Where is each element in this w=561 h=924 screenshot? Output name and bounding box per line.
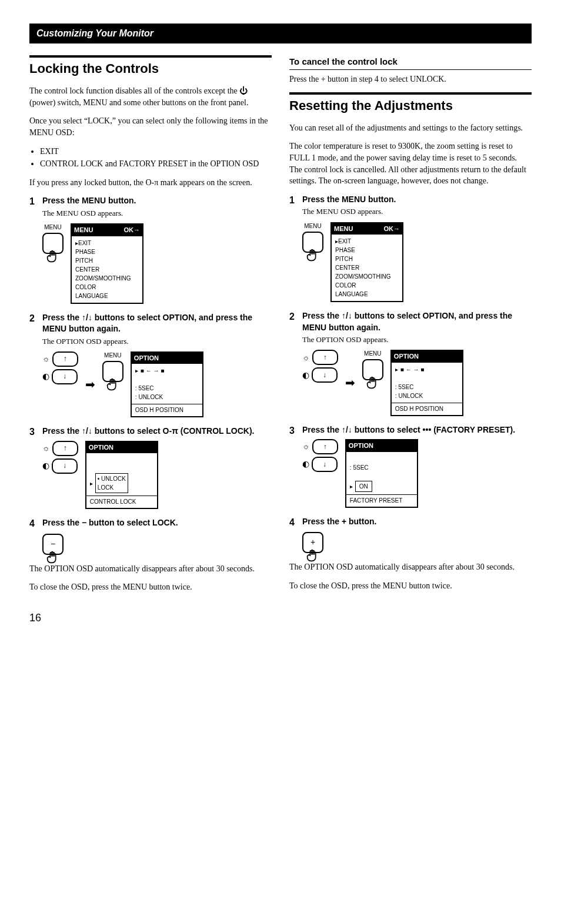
step-number: 2 (29, 312, 38, 418)
para: You can reset all of the adjustments and… (289, 122, 532, 134)
minus-button-diagram: − (42, 533, 64, 555)
step-2: 2 Press the ↑/↓ buttons to select OPTION… (289, 310, 532, 416)
osd-item: LANGUAGE (335, 290, 399, 299)
osd-item: ZOOM/SMOOTHING (75, 274, 139, 283)
option-osd: OPTION ▸• UNLOCK LOCK CONTROL LOCK (85, 441, 158, 509)
osd-item: CENTER (75, 265, 139, 274)
sun-icon: ☼ (42, 443, 50, 454)
step-1: 1 Press the MENU button. The MENU OSD ap… (289, 194, 532, 302)
up-button-icon: ↑ (52, 441, 78, 456)
menu-button-diagram: MENU (302, 222, 323, 253)
step-number: 2 (289, 310, 298, 416)
menu-button-diagram: MENU (362, 350, 383, 380)
osd-item: PHASE (335, 246, 399, 255)
osd-row: : UNLOCK (135, 393, 199, 401)
osd-item: PITCH (75, 256, 139, 265)
option-osd: OPTION ▸■ ← → ■ : 5SEC : UNLOCK OSD H PO… (131, 351, 203, 417)
plus-button-icon: + (302, 532, 323, 553)
osd-title: OPTION (134, 354, 159, 363)
osd-row (135, 375, 199, 384)
osd-footer: OSD H POSITION (392, 403, 462, 415)
down-button-icon: ↓ (312, 367, 338, 383)
arrow-icon: ➡ (345, 374, 355, 391)
bullet-item: CONTROL LOCK and FACTORY PRESET in the O… (40, 158, 272, 170)
osd-row: : 5SEC (135, 384, 199, 393)
updown-buttons: ☼↑ ◐↓ (302, 439, 338, 472)
osd-footer: FACTORY PRESET (346, 494, 417, 507)
option-osd: OPTION ▸■ ← → ■ : 5SEC : UNLOCK OSD H PO… (390, 350, 463, 416)
para: Press the + button in step 4 to select U… (289, 73, 532, 85)
sun-icon: ☼ (302, 441, 310, 453)
step-subtitle: The MENU OSD appears. (302, 206, 532, 217)
heading-locking: Locking the Controls (29, 60, 272, 78)
osd-item: ZOOM/SMOOTHING (335, 272, 399, 281)
button-icon (362, 359, 383, 380)
osd-row: : UNLOCK (395, 391, 459, 400)
para: If you press any locked button, the O‑π … (29, 177, 272, 189)
osd-row (90, 456, 153, 464)
button-label: MENU (304, 222, 321, 230)
button-icon (102, 361, 123, 382)
osd-row-selected: ▸• UNLOCK LOCK (90, 473, 153, 493)
para: The control lock function disables all o… (29, 85, 272, 108)
osd-item: CENTER (335, 263, 399, 272)
osd-row: : 5SEC (350, 463, 413, 472)
contrast-icon: ◐ (302, 458, 309, 470)
page-header: Customizing Your Monitor (29, 24, 532, 43)
menu-button-diagram: MENU (102, 351, 123, 382)
button-label: MENU (44, 223, 61, 232)
osd-title: OPTION (349, 441, 373, 450)
step-3: 3 Press the ↑/↓ buttons to select O‑π (C… (29, 426, 272, 509)
osd-item: LANGUAGE (75, 292, 139, 300)
step-4: 4 Press the − button to select LOCK. − (29, 517, 272, 555)
osd-row: : 5SEC (395, 383, 459, 391)
step-number: 3 (289, 424, 298, 508)
contrast-icon: ◐ (42, 371, 49, 383)
osd-row: ▸■ ← → ■ (395, 365, 459, 374)
osd-footer: CONTROL LOCK (86, 496, 157, 508)
option-osd: OPTION : 5SEC ▸ON FACTORY PRESET (345, 439, 418, 507)
step-3: 3 Press the ↑/↓ buttons to select ••• (F… (289, 424, 532, 508)
button-label: MENU (364, 350, 381, 358)
down-button-icon: ↓ (52, 369, 78, 384)
section-rule (289, 92, 532, 95)
step-title: Press the ↑/↓ buttons to select OPTION, … (42, 312, 272, 335)
up-button-icon: ↑ (312, 350, 338, 365)
para: The color temperature is reset to 9300K,… (289, 140, 532, 186)
down-button-icon: ↓ (312, 457, 338, 472)
hand-icon (45, 248, 61, 265)
step-4: 4 Press the + button. + (289, 516, 532, 554)
section-rule (29, 55, 272, 58)
button-icon (42, 233, 64, 254)
hand-icon (45, 549, 61, 565)
footnote: The OPTION OSD automatically disappears … (29, 563, 272, 575)
osd-item: ▸EXIT (335, 237, 399, 246)
footnote: To close the OSD, press the MENU button … (29, 581, 272, 593)
arrow-icon: ➡ (85, 376, 95, 393)
osd-title-left: MENU (74, 226, 93, 235)
osd-title-right: OK→ (384, 225, 400, 233)
menu-button-diagram: MENU (42, 223, 64, 254)
step-title: Press the MENU button. (302, 194, 532, 206)
menu-osd: MENU OK→ ▸EXIT PHASE PITCH CENTER ZOOM/S… (330, 222, 403, 302)
osd-title: OPTION (89, 443, 113, 452)
step-number: 1 (29, 195, 38, 303)
osd-title-right: OK→ (124, 226, 141, 235)
osd-title: OPTION (394, 352, 419, 361)
contrast-icon: ◐ (42, 460, 49, 472)
contrast-icon: ◐ (302, 370, 309, 381)
step-number: 1 (289, 194, 298, 302)
sun-icon: ☼ (42, 353, 50, 365)
osd-item: PHASE (75, 247, 139, 256)
up-button-icon: ↑ (312, 439, 338, 454)
updown-buttons: ☼↑ ◐↓ (42, 351, 78, 384)
step-title: Press the + button. (302, 516, 532, 528)
step-title: Press the ↑/↓ buttons to select ••• (FAC… (302, 424, 532, 436)
menu-osd: MENU OK→ ▸EXIT PHASE PITCH CENTER ZOOM/S… (71, 223, 143, 303)
osd-item: PITCH (335, 255, 399, 263)
updown-buttons: ☼↑ ◐↓ (302, 350, 338, 383)
step-number: 3 (29, 426, 38, 509)
updown-buttons: ☼↑ ◐↓ (42, 441, 78, 474)
osd-item: ▸EXIT (75, 239, 139, 247)
step-number: 4 (29, 517, 38, 555)
